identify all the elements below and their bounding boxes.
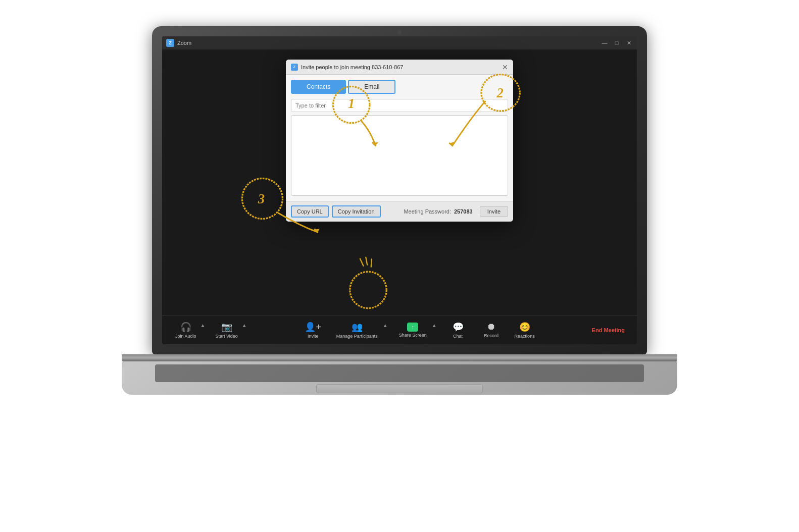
record-icon: ⏺ — [487, 322, 496, 332]
participants-icon: 👥 — [352, 322, 363, 333]
minimize-button[interactable]: — — [601, 40, 609, 46]
share-screen-button[interactable]: ↑ Share Screen — [394, 321, 432, 340]
annotations: 1 2 3 — [162, 49, 637, 315]
svg-text:1: 1 — [348, 96, 355, 111]
video-icon: 📷 — [221, 322, 232, 333]
reactions-icon: 😊 — [519, 322, 530, 333]
invite-button[interactable]: 👤+ Invite — [298, 320, 328, 341]
camera — [397, 30, 402, 34]
window-title: Zoom — [177, 40, 597, 46]
screen-bezel: Z Zoom — □ ✕ Z Invite people to join mee… — [152, 26, 647, 354]
share-chevron-icon[interactable]: ▲ — [432, 323, 437, 328]
svg-line-11 — [371, 259, 372, 267]
meeting-area: Z Invite people to join meeting 833-610-… — [162, 49, 637, 315]
keyboard — [155, 364, 644, 382]
toolbar-center: 👤+ Invite 👥 Manage Participants ▲ ↑ Shar — [250, 320, 588, 341]
zoom-logo-icon: Z — [166, 39, 174, 47]
record-label: Record — [484, 333, 498, 338]
invite-icon: 👤+ — [305, 322, 321, 333]
join-audio-label: Join Audio — [175, 334, 196, 339]
start-video-label: Start Video — [215, 334, 237, 339]
laptop: Z Zoom — □ ✕ Z Invite people to join mee… — [122, 26, 677, 506]
trackpad — [316, 384, 483, 393]
invite-label: Invite — [308, 334, 319, 339]
close-button[interactable]: ✕ — [625, 40, 633, 46]
manage-participants-label: Manage Participants — [336, 334, 378, 339]
window-controls: — □ ✕ — [601, 40, 633, 46]
laptop-base — [122, 354, 677, 395]
audio-chevron-icon[interactable]: ▲ — [201, 323, 206, 328]
window-titlebar: Z Zoom — □ ✕ — [162, 36, 637, 49]
join-audio-button[interactable]: 🎧 Join Audio — [170, 320, 202, 341]
participants-chevron-icon[interactable]: ▲ — [383, 323, 388, 328]
svg-line-9 — [360, 259, 364, 266]
maximize-button[interactable]: □ — [613, 40, 621, 46]
svg-point-12 — [350, 272, 386, 308]
manage-participants-button[interactable]: 👥 Manage Participants — [331, 320, 383, 341]
svg-line-10 — [366, 257, 367, 265]
reactions-button[interactable]: 😊 Reactions — [510, 320, 540, 341]
svg-text:3: 3 — [258, 191, 265, 206]
toolbar-right: End Meeting — [588, 325, 629, 335]
record-button[interactable]: ⏺ Record — [476, 320, 507, 340]
end-meeting-button[interactable]: End Meeting — [588, 325, 629, 335]
video-chevron-icon[interactable]: ▲ — [242, 323, 247, 328]
laptop-hinge — [122, 354, 677, 361]
svg-text:2: 2 — [496, 85, 503, 100]
start-video-button[interactable]: 📷 Start Video — [210, 320, 242, 341]
share-screen-icon: ↑ — [407, 323, 418, 332]
chat-icon: 💬 — [453, 322, 464, 333]
chat-button[interactable]: 💬 Chat — [443, 320, 473, 341]
headphone-icon: 🎧 — [180, 322, 191, 333]
chat-label: Chat — [453, 334, 463, 339]
toolbar: 🎧 Join Audio ▲ 📷 Start Video ▲ 👤+ — [162, 315, 637, 344]
toolbar-left: 🎧 Join Audio ▲ 📷 Start Video ▲ — [170, 320, 250, 341]
reactions-label: Reactions — [515, 334, 535, 339]
share-screen-label: Share Screen — [399, 333, 427, 338]
screen-content: Z Zoom — □ ✕ Z Invite people to join mee… — [162, 36, 637, 344]
laptop-keyboard-area — [122, 361, 677, 395]
